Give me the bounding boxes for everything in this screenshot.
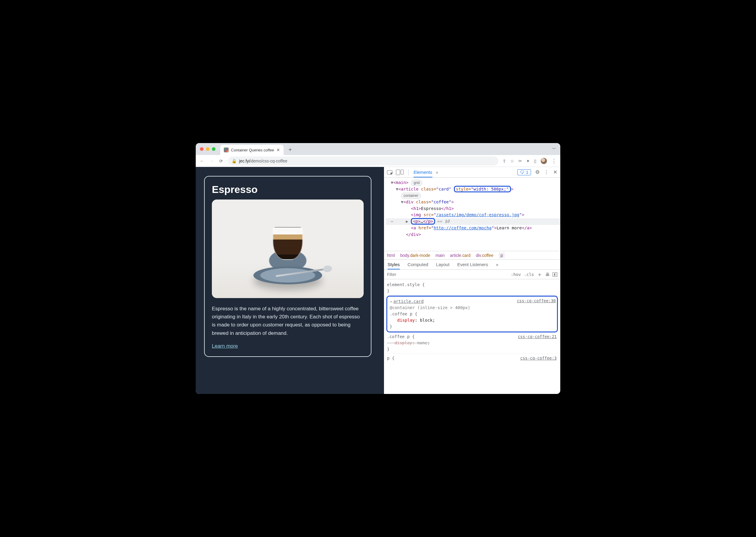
extensions-icon[interactable]: ✦ [526, 159, 530, 163]
source-link-2[interactable]: css-cq-coffee:21 [518, 334, 557, 340]
card-paragraph: Espresso is the name of a highly concent… [212, 305, 364, 337]
chrome-menu-button[interactable]: ⋮ [551, 158, 557, 164]
close-devtools-button[interactable]: ✕ [553, 169, 557, 175]
tab-layout[interactable]: Layout [436, 262, 449, 267]
coffee-photo [212, 199, 364, 298]
device-toolbar-icon[interactable] [396, 170, 404, 175]
tab-styles[interactable]: Styles [387, 262, 400, 269]
bc-article[interactable]: article.card [450, 253, 470, 258]
coffee-card: Espresso Espresso is the name of a highl… [204, 176, 372, 357]
source-link-3[interactable]: css-cq-coffee:3 [520, 355, 557, 361]
issues-icon: 🗨 [520, 170, 524, 175]
cup-shape [270, 227, 306, 263]
bookmark-icon[interactable]: ☆ [511, 159, 514, 163]
styles-panel-tabs: Styles Computed Layout Event Listeners » [384, 260, 560, 270]
browser-tab[interactable]: Container Queries coffee ✕ [220, 145, 284, 155]
profile-avatar[interactable] [541, 158, 547, 164]
selected-p-element[interactable]: ⋯ ▶ <p>…</p>== $0 [386, 218, 560, 225]
back-button[interactable]: ← [199, 159, 205, 163]
cls-toggle[interactable]: .cls [524, 272, 534, 277]
bc-p[interactable]: p [499, 253, 505, 258]
tabs-overflow-icon[interactable]: » [436, 170, 438, 175]
coffee-p-rule[interactable]: css-cq-coffee:21 .coffee p { display: no… [386, 332, 558, 354]
new-style-rule-button[interactable]: ＋ [537, 271, 542, 278]
new-tab-button[interactable]: ＋ [286, 145, 294, 153]
devtools-tabbar: Elements » 🗨 1 ⚙ ⋮ ✕ [384, 167, 560, 178]
address-bar[interactable]: 🔒 jec.fyi/demo/css-cq-coffee [228, 156, 498, 165]
css-rules-list: element.style { } css-cq-coffee:30 →arti… [384, 279, 560, 394]
styles-filter-input[interactable] [387, 272, 508, 277]
learn-more-link[interactable]: Learn more [212, 343, 238, 349]
tabs-overflow-button[interactable]: ﹀ [552, 146, 556, 152]
tab-event-listeners[interactable]: Event Listeners [457, 262, 488, 267]
bc-html[interactable]: html [387, 253, 395, 258]
tab-computed[interactable]: Computed [408, 262, 428, 267]
toolbar: ← → ⟳ 🔒 jec.fyi/demo/css-cq-coffee ⇪ ☆ ✂… [196, 155, 560, 167]
lock-icon: 🔒 [232, 159, 237, 163]
toolbar-actions: ⇪ ☆ ✂︎ ✦ ▯ ⋮ [503, 158, 557, 164]
container-badge[interactable]: container [401, 193, 421, 199]
inspect-element-icon[interactable] [387, 170, 392, 174]
bc-main[interactable]: main [436, 253, 445, 258]
hov-toggle[interactable]: :hov [511, 272, 521, 277]
maximize-window-button[interactable] [212, 147, 215, 151]
styles-filter-row: :hov .cls ＋ 🖶 ◧ [384, 270, 560, 279]
a-href-link[interactable]: http://coffee.com/mocha [433, 226, 492, 230]
toggle-computed-sidebar-icon[interactable]: ◧ [553, 272, 557, 276]
minimize-window-button[interactable] [206, 147, 209, 151]
styles-tabs-overflow-icon[interactable]: » [496, 262, 498, 267]
devtools-menu-icon[interactable]: ⋮ [544, 169, 549, 175]
reload-button[interactable]: ⟳ [218, 159, 224, 163]
url-text: jec.fyi/demo/css-cq-coffee [239, 159, 288, 163]
forward-button[interactable]: → [209, 159, 214, 163]
favicon-icon [224, 147, 229, 152]
grid-badge[interactable]: grid [411, 180, 422, 186]
container-query-rule[interactable]: css-cq-coffee:30 →article.card @containe… [386, 296, 558, 332]
source-link-1[interactable]: css-cq-coffee:30 [517, 298, 556, 304]
issues-button[interactable]: 🗨 1 [517, 169, 531, 175]
issues-count: 1 [526, 170, 528, 175]
settings-icon[interactable]: ⚙ [535, 169, 540, 175]
close-tab-button[interactable]: ✕ [276, 147, 280, 152]
bc-body[interactable]: body.dark-mode [400, 253, 430, 258]
card-heading: Espresso [212, 184, 364, 195]
dom-breadcrumb[interactable]: html body.dark-mode main article.card di… [384, 251, 560, 260]
img-src-link[interactable]: /assets/img/demo/cof-espresso.jpg [436, 212, 519, 217]
content-split: Espresso Espresso is the name of a highl… [196, 167, 560, 394]
devtools-panel: Elements » 🗨 1 ⚙ ⋮ ✕ ▼<main> grid ▼<arti… [384, 167, 560, 394]
page-viewport: Espresso Espresso is the name of a highl… [196, 167, 384, 394]
scissors-icon[interactable]: ✂︎ [518, 159, 522, 163]
close-window-button[interactable] [200, 147, 203, 151]
divider [409, 169, 409, 176]
share-icon[interactable]: ⇪ [503, 159, 506, 163]
bc-div[interactable]: div.coffee [476, 253, 493, 258]
p-rule[interactable]: css-cq-coffee:3 p { [386, 354, 558, 363]
highlight-p-element: <p>…</p> [411, 218, 435, 225]
dom-tree[interactable]: ▼<main> grid ▼<article class="card" styl… [384, 178, 560, 251]
window-controls [200, 147, 215, 151]
titlebar: Container Queries coffee ✕ ＋ ﹀ [196, 143, 560, 155]
browser-window: Container Queries coffee ✕ ＋ ﹀ ← → ⟳ 🔒 j… [196, 143, 560, 394]
highlight-style-attr: style="width: 500px;" [454, 186, 511, 192]
tab-title: Container Queries coffee [231, 148, 274, 152]
tab-elements[interactable]: Elements [414, 170, 432, 178]
element-style-rule[interactable]: element.style { } [386, 280, 558, 296]
reading-list-icon[interactable]: ▯ [534, 159, 536, 163]
toggle-print-icon[interactable]: 🖶 [545, 272, 550, 277]
saucer-shape [253, 267, 322, 284]
